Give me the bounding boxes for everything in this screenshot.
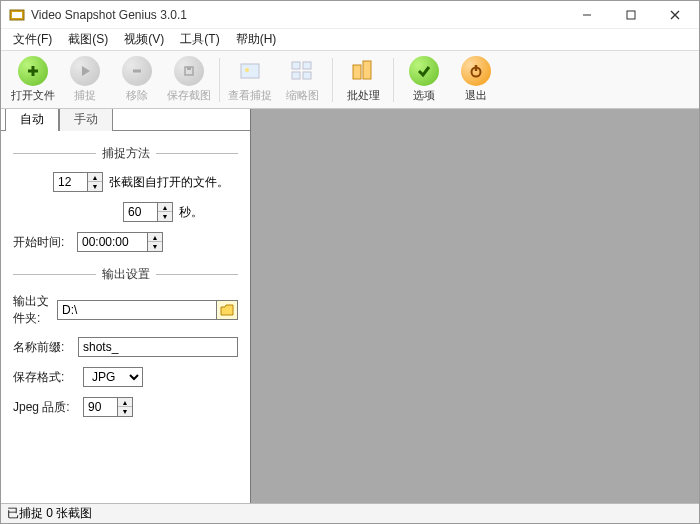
settings-pane: 自动 手动 捕捉方法 ▲▼ 张截图自打开的文件。 ▲▼ <box>1 109 251 503</box>
toolbar-separator <box>332 58 333 102</box>
prefix-label: 名称前缀: <box>13 339 72 356</box>
output-folder-label: 输出文件夹: <box>13 293 51 327</box>
format-label: 保存格式: <box>13 369 77 386</box>
start-time-input[interactable] <box>77 232 147 252</box>
toolbar: 打开文件 捕捉 移除 保存截图 查看捕捉 缩略图 批处理 选项 退出 <box>1 51 699 109</box>
menu-help[interactable]: 帮助(H) <box>228 29 285 50</box>
svg-point-13 <box>245 68 249 72</box>
save-button[interactable]: 保存截图 <box>163 54 215 105</box>
format-row: 保存格式: JPG <box>13 367 238 387</box>
interval-suffix-label: 秒。 <box>179 204 203 221</box>
spin-down[interactable]: ▼ <box>88 182 102 191</box>
save-icon <box>174 56 204 86</box>
quality-label: Jpeg 品质: <box>13 399 77 416</box>
svg-rect-12 <box>241 64 259 78</box>
start-time-label: 开始时间: <box>13 234 71 251</box>
thumbnails-button[interactable]: 缩略图 <box>276 54 328 105</box>
svg-rect-14 <box>292 62 300 69</box>
shots-row: ▲▼ 张截图自打开的文件。 <box>13 172 238 192</box>
menu-file[interactable]: 文件(F) <box>5 29 60 50</box>
menu-video[interactable]: 视频(V) <box>116 29 172 50</box>
app-icon <box>9 7 25 23</box>
statusbar: 已捕捉 0 张截图 <box>1 503 699 523</box>
spin-up[interactable]: ▲ <box>148 233 162 242</box>
interval-row: ▲▼ 秒。 <box>13 202 238 222</box>
tabstrip: 自动 手动 <box>1 109 250 131</box>
svg-rect-19 <box>363 61 371 79</box>
toolbar-separator <box>219 58 220 102</box>
browse-folder-button[interactable] <box>216 300 238 320</box>
spin-up[interactable]: ▲ <box>88 173 102 182</box>
output-folder-row: 输出文件夹: <box>13 293 238 327</box>
prefix-input[interactable] <box>78 337 238 357</box>
auto-panel: 捕捉方法 ▲▼ 张截图自打开的文件。 ▲▼ 秒。 开始时间: <box>1 131 250 427</box>
shots-count-input[interactable] <box>53 172 87 192</box>
shots-count-spinner[interactable]: ▲▼ <box>53 172 103 192</box>
status-text: 已捕捉 0 张截图 <box>7 505 92 522</box>
toolbar-separator <box>393 58 394 102</box>
format-select[interactable]: JPG <box>83 367 143 387</box>
exit-button[interactable]: 退出 <box>450 54 502 105</box>
quality-input[interactable] <box>83 397 117 417</box>
quality-spinner[interactable]: ▲▼ <box>83 397 133 417</box>
preview-area <box>251 109 699 503</box>
titlebar: Video Snapshot Genius 3.0.1 <box>1 1 699 29</box>
menu-snapshot[interactable]: 截图(S) <box>60 29 116 50</box>
svg-rect-3 <box>627 11 635 19</box>
capture-button[interactable]: 捕捉 <box>59 54 111 105</box>
check-icon <box>409 56 439 86</box>
batch-button[interactable]: 批处理 <box>337 54 389 105</box>
remove-button[interactable]: 移除 <box>111 54 163 105</box>
close-button[interactable] <box>653 1 697 29</box>
thumbnails-icon <box>287 56 317 86</box>
capture-method-header: 捕捉方法 <box>13 145 238 162</box>
power-icon <box>461 56 491 86</box>
main-area: 自动 手动 捕捉方法 ▲▼ 张截图自打开的文件。 ▲▼ <box>1 109 699 503</box>
window-title: Video Snapshot Genius 3.0.1 <box>31 8 565 22</box>
options-button[interactable]: 选项 <box>398 54 450 105</box>
spin-down[interactable]: ▼ <box>118 407 132 416</box>
play-icon <box>70 56 100 86</box>
spin-down[interactable]: ▼ <box>158 212 172 221</box>
svg-rect-15 <box>303 62 311 69</box>
spin-down[interactable]: ▼ <box>148 242 162 251</box>
interval-spinner[interactable]: ▲▼ <box>123 202 173 222</box>
minimize-button[interactable] <box>565 1 609 29</box>
start-time-row: 开始时间: ▲▼ <box>13 232 238 252</box>
open-file-button[interactable]: 打开文件 <box>7 54 59 105</box>
svg-marker-8 <box>82 66 90 76</box>
minus-icon <box>122 56 152 86</box>
quality-row: Jpeg 品质: ▲▼ <box>13 397 238 417</box>
start-time-spinner[interactable]: ▲▼ <box>77 232 163 252</box>
maximize-button[interactable] <box>609 1 653 29</box>
svg-rect-11 <box>187 67 191 70</box>
tab-manual[interactable]: 手动 <box>59 109 113 131</box>
prefix-row: 名称前缀: <box>13 337 238 357</box>
tab-auto[interactable]: 自动 <box>5 109 59 131</box>
plus-icon <box>18 56 48 86</box>
spin-up[interactable]: ▲ <box>158 203 172 212</box>
svg-rect-17 <box>303 72 311 79</box>
view-icon <box>235 56 265 86</box>
interval-input[interactable] <box>123 202 157 222</box>
shots-suffix-label: 张截图自打开的文件。 <box>109 174 229 191</box>
batch-icon <box>348 56 378 86</box>
svg-rect-18 <box>353 65 361 79</box>
output-folder-input[interactable] <box>57 300 216 320</box>
folder-icon <box>220 304 234 316</box>
view-capture-button[interactable]: 查看捕捉 <box>224 54 276 105</box>
svg-rect-1 <box>12 12 22 18</box>
output-settings-header: 输出设置 <box>13 266 238 283</box>
menu-tools[interactable]: 工具(T) <box>172 29 227 50</box>
spin-up[interactable]: ▲ <box>118 398 132 407</box>
svg-rect-16 <box>292 72 300 79</box>
menubar: 文件(F) 截图(S) 视频(V) 工具(T) 帮助(H) <box>1 29 699 51</box>
